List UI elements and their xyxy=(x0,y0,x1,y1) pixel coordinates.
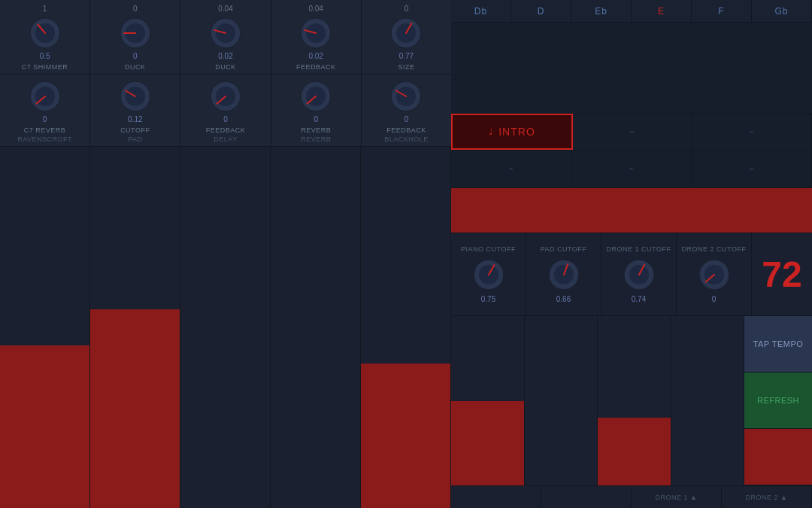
note-cell-eb[interactable]: Eb xyxy=(571,0,632,22)
song-btn2-2[interactable]: - xyxy=(692,151,812,187)
side-btn-red-btn[interactable] xyxy=(744,429,812,485)
drone-empty-0 xyxy=(451,486,541,508)
fader-right-area xyxy=(451,316,744,485)
song-btn2-1[interactable]: - xyxy=(571,151,692,187)
cutoff-knob-3[interactable] xyxy=(697,257,732,292)
knob-0[interactable] xyxy=(28,79,62,114)
knob-value-bottom: 0 xyxy=(223,115,228,123)
fader-col-left-0[interactable] xyxy=(0,147,90,508)
fader-col-right-2[interactable] xyxy=(598,316,671,485)
knob-group-r1-0[interactable]: 1 0.5 C7 SHIMMER xyxy=(0,0,90,74)
side-buttons: TAP TEMPOREFRESH xyxy=(744,316,812,485)
knob-label: REVERB xyxy=(301,126,331,134)
knob-value-top: 0 xyxy=(133,5,138,13)
knob-value-bottom: 0 xyxy=(133,52,138,60)
knob-label: DUCK xyxy=(215,63,236,71)
note-cell-f[interactable]: F xyxy=(692,0,752,22)
knob-value-bottom: 0 xyxy=(404,115,409,123)
knob-label: C7 SHIMMER xyxy=(22,63,68,71)
note-cell-d[interactable]: D xyxy=(511,0,571,22)
knob-row-2: 0 C7 REVERB RAVENSCROFT 0.12 CUTOFF PAD … xyxy=(0,75,451,147)
drone-empty-1 xyxy=(541,486,632,508)
section-label: DELAY xyxy=(214,135,237,143)
fader-col-left-4[interactable] xyxy=(361,147,451,508)
knob-label: FEEDBACK xyxy=(206,126,246,134)
song-btn-1[interactable]: - xyxy=(573,114,692,150)
knob-3[interactable] xyxy=(298,79,333,114)
main-layout: 1 0.5 C7 SHIMMER 0 0 DUCK 0.04 xyxy=(0,0,812,508)
song-btn-2[interactable]: - xyxy=(692,114,812,150)
note-cell-gb[interactable]: Gb xyxy=(752,0,812,22)
knob-value-top: 0.04 xyxy=(218,5,232,13)
knob-row-1: 1 0.5 C7 SHIMMER 0 0 DUCK 0.04 xyxy=(0,0,451,75)
section-label: BLACKHOLE xyxy=(384,135,429,143)
knob-group-r1-4[interactable]: 0 0.77 SIZE xyxy=(362,0,451,74)
knob-group-r2-0[interactable]: 0 C7 REVERB RAVENSCROFT xyxy=(0,75,90,146)
song-icon: ♩ xyxy=(489,126,494,137)
knob-group-r1-3[interactable]: 0.04 0.02 FEEDBACK xyxy=(271,0,362,74)
song-btn-0[interactable]: ♩INTRO xyxy=(451,114,573,150)
knob-2[interactable] xyxy=(208,16,243,50)
knob-value-top: 1 xyxy=(43,5,47,13)
fader-col-left-2[interactable] xyxy=(180,147,271,508)
fader-col-right-0[interactable] xyxy=(451,316,525,485)
cutoff-label: DRONE 1 CUTOFF xyxy=(607,245,671,253)
knob-label: CUTOFF xyxy=(120,126,150,134)
song-row-2: --- xyxy=(451,151,812,188)
knob-value-bottom: 0 xyxy=(314,115,318,123)
song-btn2-0[interactable]: - xyxy=(451,151,571,187)
cutoff-group-3[interactable]: DRONE 2 CUTOFF 0 xyxy=(677,233,752,315)
cutoff-group-2[interactable]: DRONE 1 CUTOFF 0.74 xyxy=(601,233,677,315)
knob-1[interactable] xyxy=(118,16,153,50)
knob-group-r2-2[interactable]: 0 FEEDBACK DELAY xyxy=(180,75,271,146)
drone-label-1[interactable]: DRONE 2 ▲ xyxy=(722,486,812,508)
right-panel: DbDEbEFGb ♩INTRO-- --- PIANO CUTOFF 0.75… xyxy=(451,0,812,508)
fader-col-right-3[interactable] xyxy=(671,316,745,485)
knob-group-r2-1[interactable]: 0.12 CUTOFF PAD xyxy=(90,75,180,146)
fader-area-left xyxy=(0,147,451,508)
cutoff-group-0[interactable]: PIANO CUTOFF 0.75 xyxy=(451,233,526,315)
cutoff-value: 0.66 xyxy=(556,295,571,303)
drone-row: DRONE 1 ▲DRONE 2 ▲ xyxy=(451,485,812,508)
knob-3[interactable] xyxy=(298,16,333,50)
red-block xyxy=(451,188,812,233)
cutoff-knob-1[interactable] xyxy=(547,257,581,292)
knob-group-r2-4[interactable]: 0 FEEDBACK BLACKHOLE xyxy=(362,75,451,146)
cutoff-knob-2[interactable] xyxy=(622,257,656,292)
left-panel: 1 0.5 C7 SHIMMER 0 0 DUCK 0.04 xyxy=(0,0,451,508)
cutoff-section: PIANO CUTOFF 0.75 PAD CUTOFF 0.66 DRONE … xyxy=(451,233,812,316)
song-row-1: ♩INTRO-- xyxy=(451,113,812,151)
knob-value-bottom: 0.02 xyxy=(218,52,232,60)
knob-value-bottom: 0.5 xyxy=(40,52,50,60)
note-cell-db[interactable]: Db xyxy=(451,0,511,22)
knob-1[interactable] xyxy=(118,79,153,114)
knob-0[interactable] xyxy=(28,16,62,50)
cutoff-value: 0.74 xyxy=(632,295,646,303)
side-btn-tap-tempo[interactable]: TAP TEMPO xyxy=(744,316,812,373)
knob-label: C7 REVERB xyxy=(24,126,66,134)
knob-group-r2-3[interactable]: 0 REVERB REVERB xyxy=(271,75,362,146)
tempo-display: 72 xyxy=(752,233,812,315)
cutoff-label: DRONE 2 CUTOFF xyxy=(682,245,747,253)
drone-label-0[interactable]: DRONE 1 ▲ xyxy=(632,486,722,508)
tempo-number: 72 xyxy=(762,254,801,295)
fader-col-left-3[interactable] xyxy=(271,147,361,508)
side-btn-refresh[interactable]: REFRESH xyxy=(744,373,812,429)
fader-col-left-1[interactable] xyxy=(90,147,180,508)
note-row: DbDEbEFGb xyxy=(451,0,812,23)
knob-group-r1-1[interactable]: 0 0 DUCK xyxy=(90,0,180,74)
knob-group-r1-2[interactable]: 0.04 0.02 DUCK xyxy=(180,0,271,74)
knob-4[interactable] xyxy=(389,16,423,50)
knob-label: SIZE xyxy=(398,63,414,71)
note-cell-e[interactable]: E xyxy=(632,0,692,22)
knob-4[interactable] xyxy=(389,79,423,114)
knob-2[interactable] xyxy=(208,79,243,114)
fader-col-right-1[interactable] xyxy=(525,316,598,485)
knob-value-bottom: 0.02 xyxy=(308,52,323,60)
knob-value-bottom: 0 xyxy=(43,115,47,123)
cutoff-group-1[interactable]: PAD CUTOFF 0.66 xyxy=(526,233,601,315)
cutoff-knob-0[interactable] xyxy=(471,257,506,292)
title-area xyxy=(451,23,812,113)
cutoff-label: PIANO CUTOFF xyxy=(461,245,516,253)
knob-label: FEEDBACK xyxy=(296,63,336,71)
